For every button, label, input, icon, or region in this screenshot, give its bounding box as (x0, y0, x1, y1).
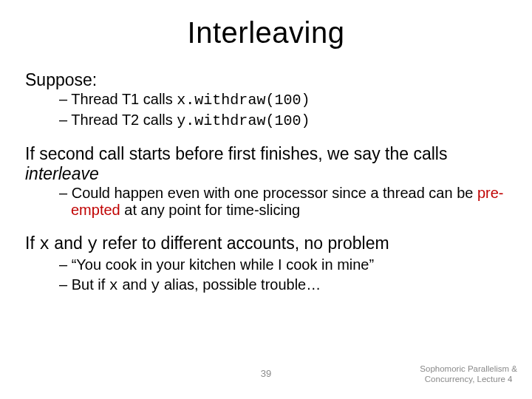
code-text: y (151, 277, 160, 294)
list-item: Thread T1 calls x.withdraw(100) (59, 91, 507, 109)
lead-accounts: If x and y refer to different accounts, … (25, 233, 507, 254)
text: refer to different accounts, no problem (98, 233, 389, 253)
list-item: Thread T2 calls y.withdraw(100) (59, 112, 507, 129)
block-suppose: Suppose: Thread T1 calls x.withdraw(100)… (25, 70, 507, 129)
slide-title: Interleaving (25, 16, 507, 50)
text: “You cook in your kitchen while I cook i… (72, 256, 374, 273)
credit-line: Concurrency, Lecture 4 (425, 375, 513, 383)
list-item: “You cook in your kitchen while I cook i… (59, 256, 507, 273)
code-text: x.withdraw(100) (177, 92, 310, 109)
code-text: y (87, 235, 98, 254)
text: If second call starts before first finis… (25, 144, 447, 163)
lead-suppose: Suppose: (25, 70, 507, 89)
text: Thread T2 calls (71, 112, 177, 128)
slide-body: Suppose: Thread T1 calls x.withdraw(100)… (25, 70, 507, 294)
block-accounts: If x and y refer to different accounts, … (25, 233, 507, 293)
text: and (118, 276, 151, 293)
emph-text: interleave (25, 164, 99, 183)
lead-interleave: If second call starts before first finis… (25, 144, 507, 183)
code-text: x (39, 235, 50, 254)
code-text: y.withdraw(100) (177, 112, 310, 129)
code-text: x (109, 277, 118, 294)
text: Could happen even with one processor sin… (72, 185, 477, 201)
credit-line: Sophomoric Parallelism & (420, 364, 517, 373)
text: and (50, 233, 87, 253)
list-item: But if x and y alias, possible trouble… (59, 276, 507, 294)
list-item: Could happen even with one processor sin… (59, 185, 507, 219)
text: Thread T1 calls (71, 91, 177, 107)
footer: 39 Sophomoric Parallelism & Concurrency,… (0, 364, 532, 389)
slide: Interleaving Suppose: Thread T1 calls x.… (0, 0, 532, 399)
text: If (25, 233, 39, 253)
text: alias, possible trouble… (160, 276, 321, 293)
footer-credit: Sophomoric Parallelism & Concurrency, Le… (420, 364, 517, 385)
text: But if (72, 276, 109, 293)
text: at any point for time-slicing (120, 202, 300, 218)
block-interleave: If second call starts before first finis… (25, 144, 507, 219)
